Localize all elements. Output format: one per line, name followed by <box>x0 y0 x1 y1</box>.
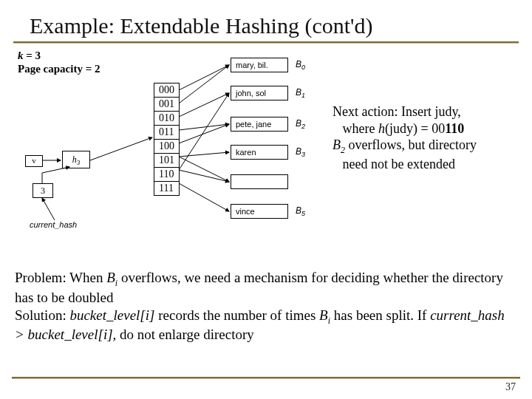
current-hash-label: current_hash <box>30 220 77 229</box>
svg-line-9 <box>179 124 229 143</box>
diagram: 000 001 010 011 100 101 110 111 mary, bi… <box>18 56 328 248</box>
dir-entry: 000 <box>154 83 179 98</box>
hash-eq: = 00 <box>417 121 445 136</box>
svg-line-14 <box>179 157 229 182</box>
svg-line-6 <box>179 65 229 103</box>
footer-rule <box>12 377 520 378</box>
hash-bold-bits: 110 <box>445 121 464 136</box>
svg-line-10 <box>179 152 229 157</box>
next-action-text: Next action: Insert judy, where h(judy) … <box>332 103 522 172</box>
solution-colon: : <box>62 307 69 323</box>
dir-entry: 101 <box>154 154 179 168</box>
hash-fn-h: h <box>378 121 385 136</box>
svg-line-1 <box>90 137 152 160</box>
page-number: 37 <box>505 381 516 393</box>
solution-rest3: do not enlarge directory <box>116 327 253 342</box>
bucket-level-var: bucket_level[i] <box>69 307 154 323</box>
bucket-empty <box>231 174 288 189</box>
dir-entry: 010 <box>154 112 179 126</box>
svg-line-4 <box>42 198 55 220</box>
level-box: 3 <box>33 183 53 198</box>
bucket-b5: vince <box>231 204 288 219</box>
problem-lead: Problem <box>15 270 62 285</box>
bucket-label-b1: B1 <box>296 87 305 99</box>
problem-bi: Bi <box>106 270 117 285</box>
problem-colon: : When <box>62 270 106 285</box>
dir-entry: 100 <box>154 140 179 154</box>
bucket-label-b0: B0 <box>296 59 305 71</box>
overflow-text: overflows, but directory <box>345 137 477 152</box>
dir-entry: 001 <box>154 98 179 112</box>
svg-line-13 <box>179 183 229 211</box>
bucket-b1: john, sol <box>231 86 288 100</box>
dir-entry: 111 <box>154 182 179 195</box>
dir-entry: 011 <box>154 126 179 140</box>
bucket-label-b3: B3 <box>296 146 305 158</box>
svg-line-7 <box>179 93 229 117</box>
bucket-b0: mary, bil. <box>231 58 288 72</box>
bucket-b2: pete, jane <box>231 117 288 132</box>
directory-table: 000 001 010 011 100 101 110 111 <box>154 83 180 196</box>
action-line4: need not be extended <box>343 157 455 171</box>
dir-entry: 110 <box>154 168 179 182</box>
bucket-label-b2: B2 <box>296 118 305 130</box>
svg-line-8 <box>179 124 229 130</box>
hash-fn-box: h3 <box>62 151 90 168</box>
solution-rest1: records the number of times <box>154 307 319 323</box>
title-rule <box>13 41 519 43</box>
slide-title: Example: Extendable Hashing (cont'd) <box>0 0 532 41</box>
bucket-b3: karen <box>231 145 288 160</box>
svg-line-11 <box>179 93 229 170</box>
bottom-text: Problem: When Bi overflows, we need a me… <box>15 269 517 344</box>
solution-rest2: has been split. If <box>330 307 430 323</box>
action-line2-pre: where <box>343 121 378 136</box>
v-box: v <box>25 155 43 167</box>
hash-arg: (judy) <box>385 121 417 136</box>
bucket-label-b5: B5 <box>296 205 305 217</box>
action-line1: Next action: Insert judy, <box>332 104 461 119</box>
overflow-bucket: B2 <box>332 137 345 152</box>
solution-bi: Bi <box>319 307 330 323</box>
svg-line-5 <box>179 65 229 90</box>
solution-lead: Solution <box>15 307 62 323</box>
svg-line-12 <box>179 170 229 182</box>
